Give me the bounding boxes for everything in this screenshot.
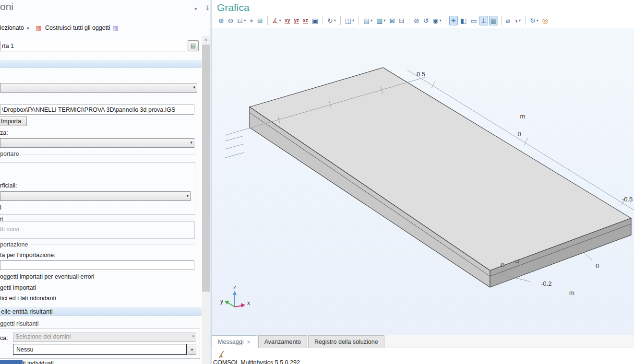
graphics-canvas[interactable]: 0.5 m 0 -0.5 -0.2 0 m [212, 28, 634, 335]
zoom-box-button[interactable]: ⊡▾ [236, 16, 247, 25]
transparency-button[interactable]: ◫▾ [344, 16, 356, 25]
graphics-toolbar: ⊕⊖⊡▾⌖⊞∡▾xyyzxz▣↻▾◫▾▤▾▥▾⊠⊟⊘↺◉▾☀◧▭⊥▦⌀◑▾↻▾◎ [217, 15, 550, 26]
resulting-objects-legend: ggetti risultanti [0, 320, 200, 327]
bottom-tab-bar: Messaggi ✕ Avanzamento Registro della so… [212, 335, 634, 348]
view-yz-plane-button[interactable]: yz [293, 16, 301, 25]
toolbar-separator [525, 16, 526, 25]
scene-color-theme-button[interactable]: ◑▾ [512, 16, 522, 25]
show-grid-button[interactable]: ▦ [489, 16, 498, 25]
zoom-extents-button[interactable]: ⌖ [248, 16, 255, 25]
toolbar-separator [323, 16, 323, 25]
chevron-down-icon[interactable]: ▾ [244, 16, 246, 25]
import-options-legend-text: portazione [0, 241, 28, 248]
chevron-down-icon[interactable]: ▾ [279, 16, 281, 25]
surfaces-combo[interactable]: ▾ [0, 191, 191, 201]
view-hidden-button[interactable]: ◉▾ [431, 16, 443, 25]
ruler-label-zero: 0 [596, 262, 599, 270]
build-selected-caret-icon[interactable]: ▾ [27, 26, 29, 31]
tolerance-label: ta per l'importazione: [0, 252, 56, 258]
zoom-in-button[interactable]: ⊕ [217, 16, 226, 25]
length-unit-combo[interactable]: ▾ [0, 138, 194, 148]
view-xy-plane-icon: xy [285, 18, 290, 24]
build-all-objects-button[interactable]: Costruisci tutti gli oggetti [45, 24, 110, 31]
chevron-down-icon[interactable]: ▾ [371, 16, 372, 25]
comsol-window: oni ▾ ↧ lezionato ▾ ▦ Costruisci tutti g… [0, 0, 634, 364]
build-selected-button[interactable]: lezionato [0, 24, 24, 31]
export-image-button[interactable]: ▥▾ [375, 16, 387, 25]
create-node-button[interactable]: ▤ [188, 40, 199, 51]
view-xz-plane-button[interactable]: xz [301, 16, 310, 25]
scene-light-button[interactable]: ☀ [449, 16, 458, 25]
ruler-label-0: 0 [517, 130, 521, 138]
slab-vertex-marker [516, 260, 519, 263]
toolbar-separator [267, 16, 268, 25]
chevron-down-icon[interactable]: ▾ [334, 16, 336, 25]
go-to-default-3d-view-button[interactable]: ∡▾ [271, 16, 283, 25]
go-to-default-3d-view-icon: ∡ [272, 16, 278, 25]
wireframe-rendering-button[interactable]: ▭ [469, 16, 478, 25]
build-all-icon: ▦ [36, 25, 41, 31]
chevron-down-icon[interactable]: ▾ [352, 16, 354, 25]
scrollbar-up-icon[interactable]: ˄ [202, 36, 210, 44]
section-header-selections[interactable]: elle entità risultanti [0, 307, 202, 316]
source-combo[interactable]: ▾ [0, 83, 197, 93]
surfaces-label: rficiali: [0, 182, 17, 189]
chevron-down-icon[interactable]: ▾ [519, 16, 521, 25]
select-box-button[interactable]: ⊠ [388, 16, 396, 25]
domain-selection-combo-value: Selezione dei domini [15, 333, 187, 340]
show-selection-combo-caret[interactable]: ▾ [188, 344, 196, 355]
show-axis-orientation-button[interactable]: ⊥ [479, 16, 488, 25]
check-errors-label[interactable]: oggetti importati per eventuali errori [0, 273, 95, 280]
reset-hiding-button[interactable]: ↺ [422, 16, 431, 25]
panel-pin-icon[interactable]: ↧ [205, 4, 210, 12]
deselect-box-button[interactable]: ⊟ [397, 16, 406, 25]
tab-registro-soluzione[interactable]: Registro della soluzione [308, 335, 384, 348]
hide-geometry-objects-icon: ⌀ [506, 16, 510, 25]
show-grid-icon: ▦ [490, 16, 497, 25]
update-view-button[interactable]: ↻▾ [528, 16, 540, 25]
domain-selection-combo: Selezione dei domini ▾ [13, 332, 196, 342]
settings-scrollbar-thumb[interactable] [202, 45, 210, 292]
close-icon[interactable]: ✕ [247, 339, 251, 345]
tab-avanzamento[interactable]: Avanzamento [258, 335, 307, 348]
graphics-panel: Grafica ⊕⊖⊡▾⌖⊞∡▾xyyzxz▣↻▾◫▾▤▾▥▾⊠⊟⊘↺◉▾☀◧▭… [212, 0, 634, 335]
graphics-title: Grafica [217, 2, 250, 13]
zoom-out-button[interactable]: ⊖ [227, 16, 235, 25]
import-button[interactable]: Importa [0, 117, 27, 126]
check-repair-label[interactable]: getti importati [0, 284, 36, 291]
scene-color-theme-icon: ◑ [514, 16, 517, 25]
messages-panel: Messaggi ✕ Avanzamento Registro della so… [212, 335, 634, 364]
chevron-down-icon: ▾ [193, 85, 195, 90]
hide-selected-icon: ⊘ [414, 16, 419, 25]
messages-body: COMSOL Multiphysics 5.5.0.292 [212, 349, 634, 364]
zoom-to-selection-button[interactable]: ⊞ [256, 16, 264, 25]
zoom-box-icon: ⊡ [237, 16, 243, 25]
ruler-unit-label-2: m [569, 289, 574, 296]
snapshot-button[interactable]: ◎ [541, 16, 550, 25]
view-xy-plane-button[interactable]: xy [283, 16, 291, 25]
environment-reflections-button[interactable]: ◧ [459, 16, 468, 25]
check-redundant-label[interactable]: tici ed i lati ridondanti [0, 295, 56, 302]
clear-messages-broom-icon[interactable] [217, 350, 226, 359]
scene-camera-icon: ▣ [312, 16, 318, 25]
deselect-box-icon: ⊟ [399, 16, 405, 25]
hide-selected-button[interactable]: ⊘ [412, 16, 421, 25]
section-header-import[interactable] [0, 60, 202, 68]
tab-messaggi-label: Messaggi [218, 339, 244, 345]
show-selection-combo[interactable]: Nessu [13, 344, 187, 355]
chevron-down-icon[interactable]: ▾ [537, 16, 538, 25]
panel-collapse-icon[interactable]: ▾ [194, 6, 197, 12]
rotate-view-button[interactable]: ↻▾ [326, 16, 337, 25]
scene-camera-button[interactable]: ▣ [311, 16, 320, 25]
reset-hiding-icon: ↺ [423, 16, 429, 25]
chevron-down-icon[interactable]: ▾ [440, 16, 442, 25]
coordinate-triad: z y x [220, 284, 250, 307]
hide-geometry-objects-button[interactable]: ⌀ [504, 16, 511, 25]
entities-legend-text: portare [0, 151, 19, 157]
node-label-input[interactable] [0, 41, 186, 51]
tab-messaggi[interactable]: Messaggi ✕ [212, 335, 257, 348]
filename-input[interactable] [0, 105, 194, 115]
print-image-button[interactable]: ▤▾ [362, 16, 374, 25]
tolerance-input[interactable] [0, 260, 194, 270]
chevron-down-icon[interactable]: ▾ [383, 16, 385, 25]
